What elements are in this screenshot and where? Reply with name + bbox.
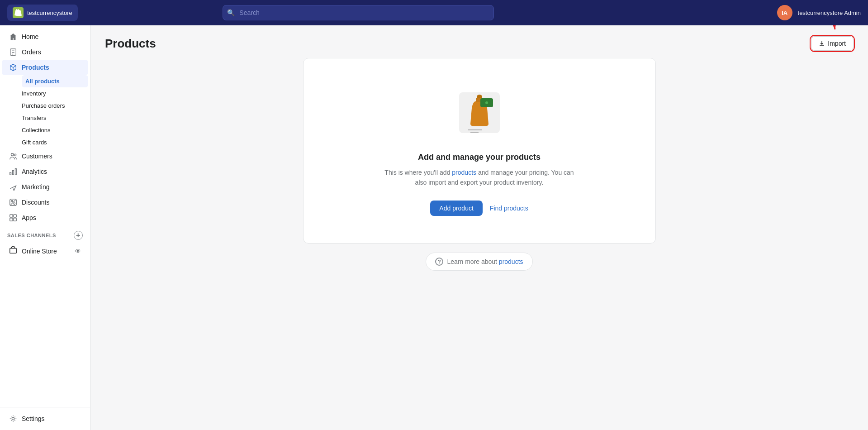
- svg-rect-19: [14, 218, 16, 221]
- settings-icon: [9, 415, 17, 423]
- brand-logo[interactable]: testcurrencystore: [7, 5, 78, 21]
- empty-state-title: Add and manage your products: [418, 153, 541, 162]
- marketing-icon: [9, 183, 17, 191]
- annotation-arrow: [821, 25, 858, 36]
- sidebar-item-orders[interactable]: Orders: [2, 44, 88, 60]
- sidebar-sub-collections[interactable]: Collections: [22, 124, 88, 136]
- svg-rect-16: [10, 215, 13, 217]
- sidebar-label-orders: Orders: [22, 48, 41, 56]
- sidebar-item-home[interactable]: Home: [2, 29, 88, 44]
- learn-more-bar: ? Learn more about products: [426, 253, 532, 271]
- admin-name: testcurrencystore Admin: [798, 10, 861, 16]
- svg-point-21: [12, 417, 14, 420]
- orders-icon: [9, 48, 17, 56]
- home-icon: [9, 33, 17, 41]
- search-icon: 🔍: [227, 9, 235, 16]
- topnav: testcurrencystore 🔍 IA testcurrencystore…: [0, 0, 868, 25]
- download-icon: [819, 40, 825, 47]
- products-icon: [9, 63, 17, 72]
- sidebar-item-customers[interactable]: Customers: [2, 148, 88, 164]
- product-illustration: [452, 86, 507, 140]
- empty-state-actions: Add product Find products: [430, 201, 528, 216]
- svg-point-8: [14, 154, 16, 156]
- sidebar-sub-all-products[interactable]: All products: [22, 75, 88, 87]
- learn-more-text: Learn more about products: [447, 258, 523, 265]
- sidebar-sub-inventory[interactable]: Inventory: [22, 87, 88, 100]
- help-icon: ?: [435, 258, 443, 266]
- page-header: Products: [105, 36, 854, 51]
- learn-more-products-link[interactable]: products: [499, 258, 523, 265]
- products-link-1[interactable]: products: [452, 169, 476, 176]
- sidebar-item-products[interactable]: Products: [2, 60, 88, 75]
- sidebar-label-customers: Customers: [22, 153, 52, 160]
- svg-rect-10: [13, 170, 14, 175]
- analytics-icon: [9, 167, 17, 176]
- product-svg: [452, 86, 507, 140]
- header-actions: Import: [811, 36, 854, 51]
- online-store-icon: [9, 246, 17, 256]
- sales-channels-header: SALES CHANNELS +: [0, 225, 90, 243]
- online-store-label: Online Store: [22, 248, 57, 255]
- sidebar-sub-gift-cards[interactable]: Gift cards: [22, 136, 88, 148]
- apps-icon: [9, 214, 17, 222]
- import-button-wrapper: Import: [811, 36, 854, 51]
- svg-point-25: [485, 101, 488, 104]
- sidebar-label-discounts: Discounts: [22, 199, 49, 206]
- find-products-link[interactable]: Find products: [490, 205, 528, 212]
- sidebar-label-products: Products: [22, 64, 49, 71]
- sidebar-sub-transfers[interactable]: Transfers: [22, 112, 88, 124]
- svg-rect-18: [10, 218, 13, 221]
- sidebar-item-settings[interactable]: Settings: [2, 411, 88, 426]
- sales-channels-label: SALES CHANNELS: [7, 233, 56, 238]
- svg-line-6: [13, 66, 16, 67]
- svg-rect-17: [14, 215, 16, 217]
- sidebar-label-home: Home: [22, 33, 38, 40]
- sidebar-sub-purchase-orders[interactable]: Purchase orders: [22, 100, 88, 112]
- page-title: Products: [105, 37, 156, 51]
- import-label: Import: [828, 40, 846, 47]
- empty-state-card: Add and manage your products This is whe…: [303, 58, 656, 244]
- search-container: 🔍: [223, 5, 494, 20]
- sidebar-products-sub: All products Inventory Purchase orders T…: [0, 75, 90, 148]
- brand-name: testcurrencystore: [27, 10, 72, 16]
- add-product-button[interactable]: Add product: [430, 201, 483, 216]
- topnav-right: IA testcurrencystore Admin: [777, 5, 861, 20]
- svg-point-12: [11, 201, 13, 202]
- settings-label: Settings: [22, 415, 45, 422]
- sidebar: Home Orders Products All products: [0, 25, 90, 430]
- customers-icon: [9, 152, 17, 160]
- svg-rect-11: [15, 169, 17, 175]
- discounts-icon: [9, 198, 17, 206]
- sidebar-footer: Settings: [0, 407, 90, 430]
- svg-rect-20: [10, 248, 16, 253]
- sidebar-label-marketing: Marketing: [22, 183, 49, 191]
- avatar[interactable]: IA: [777, 5, 792, 20]
- svg-rect-9: [10, 172, 11, 175]
- add-sales-channel-button[interactable]: +: [74, 231, 83, 240]
- sidebar-label-apps: Apps: [22, 214, 36, 221]
- sidebar-item-apps[interactable]: Apps: [2, 210, 88, 225]
- sidebar-item-marketing[interactable]: Marketing: [2, 179, 88, 195]
- main-content: Products: [90, 25, 868, 430]
- import-button[interactable]: Import: [811, 36, 854, 51]
- sidebar-item-discounts[interactable]: Discounts: [2, 195, 88, 210]
- sidebar-label-analytics: Analytics: [22, 168, 47, 175]
- empty-state-description: This is where you'll add products and ma…: [384, 167, 574, 188]
- svg-point-13: [14, 203, 15, 205]
- sidebar-item-analytics[interactable]: Analytics: [2, 164, 88, 179]
- search-input[interactable]: [223, 5, 494, 20]
- svg-point-7: [11, 153, 14, 156]
- shopify-icon: [13, 7, 24, 18]
- eye-icon[interactable]: 👁: [75, 248, 81, 255]
- svg-line-5: [10, 66, 13, 67]
- sidebar-item-online-store[interactable]: Online Store 👁: [2, 243, 88, 259]
